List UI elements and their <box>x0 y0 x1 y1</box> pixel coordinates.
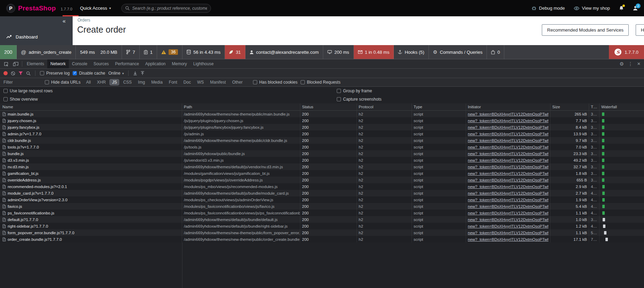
hide-data-urls-checkbox[interactable] <box>45 80 49 84</box>
network-request-row[interactable]: overrideAddress.js/modules/psgdpr/views/… <box>0 177 644 183</box>
initiator-link[interactable]: new?_token=BDoXHyyrITLV12DxtmQsoPTwhyqgG… <box>468 125 548 129</box>
network-request-row[interactable]: d3.v3.min.js/js/vendor/d3.v3.min.js200h2… <box>0 157 644 163</box>
profiler-performance[interactable]: 549 ms 20.0 MB <box>76 45 122 59</box>
network-request-row[interactable]: admin.js?v=1.7.7.0/js/admin.js200h2scrip… <box>0 130 644 137</box>
network-request-row[interactable]: right-sidebar.js?1.7.7.0/admin669yhdoxw/… <box>0 223 644 229</box>
tab-performance[interactable]: Performance <box>112 59 142 68</box>
request-name-cell[interactable]: module_card.js?v=1.7.7.0 <box>0 190 182 196</box>
request-name-cell[interactable]: form_popover_error.bundle.js?1.7.7.0 <box>0 229 182 236</box>
network-request-row[interactable]: adminOrderView.js?version=2.3.0/modules/… <box>0 196 644 203</box>
clear-icon[interactable] <box>11 71 15 76</box>
show-overview-checkbox[interactable] <box>3 97 8 101</box>
tab-network[interactable]: Network <box>47 59 69 68</box>
profiler-forms[interactable]: 1 <box>140 45 157 59</box>
tab-console[interactable]: Console <box>69 59 90 68</box>
request-name-cell[interactable]: recommended-modules.js?=2.0.1 <box>0 183 182 190</box>
column-header-size[interactable]: Size <box>551 103 589 110</box>
initiator-link[interactable]: new?_token=BDoXHyyrITLV12DxtmQsoPTwhyqgG… <box>468 138 548 143</box>
global-search[interactable] <box>121 4 211 13</box>
initiator-link[interactable]: new?_token=BDoXHyyrITLV12DxtmQsoPTwhyqgG… <box>468 185 548 189</box>
request-name-cell[interactable]: overrideAddress.js <box>0 177 182 183</box>
network-request-row[interactable]: default.js?1.7.7.0/admin669yhdoxw/themes… <box>0 216 644 223</box>
network-request-row[interactable]: form_popover_error.bundle.js?1.7.7.0/adm… <box>0 229 644 236</box>
network-request-row[interactable]: main.bundle.js/admin669yhdoxw/themes/new… <box>0 111 644 117</box>
network-request-row[interactable]: recommended-modules.js?=2.0.1/modules/ps… <box>0 183 644 190</box>
tab-lighthouse[interactable]: Lighthouse <box>190 59 217 68</box>
sidebar-item-dashboard[interactable]: Dashboard <box>0 32 73 42</box>
network-request-row[interactable]: ps_faviconnotificationbo.js/modules/ps_f… <box>0 210 644 216</box>
filter-input[interactable] <box>3 80 42 85</box>
close-devtools-icon[interactable]: ✕ <box>637 61 641 66</box>
initiator-link[interactable]: new?_token=BDoXHyyrITLV12DxtmQsoPTwhyqgG… <box>468 152 548 156</box>
column-header-name[interactable]: Name <box>0 103 182 110</box>
filter-type-img[interactable]: Img <box>136 79 147 85</box>
initiator-link[interactable]: new?_token=BDoXHyyrITLV12DxtmQsoPTwhyqgG… <box>468 198 548 202</box>
use-large-rows-toggle[interactable]: Use large request rows <box>3 88 52 93</box>
export-har-icon[interactable] <box>140 71 145 75</box>
hide-data-urls-toggle[interactable]: Hide data URLs <box>45 80 81 85</box>
group-by-frame-checkbox[interactable] <box>337 89 341 93</box>
initiator-link[interactable]: new?_token=BDoXHyyrITLV12DxtmQsoPTwhyqgG… <box>468 231 548 235</box>
network-request-row[interactable]: tools.js?v=1.7.7.0/js/tools.js200h2scrip… <box>0 144 644 150</box>
filter-type-media[interactable]: Media <box>149 79 165 85</box>
filter-type-xhr[interactable]: XHR <box>95 79 108 85</box>
tab-memory[interactable]: Memory <box>169 59 190 68</box>
network-request-row[interactable]: cldr.bundle.js/admin669yhdoxw/themes/new… <box>0 137 644 144</box>
network-request-row[interactable]: jquery.fancybox.js/js/jquery/plugins/fan… <box>0 124 644 130</box>
initiator-link[interactable]: new?_token=BDoXHyyrITLV12DxtmQsoPTwhyqgG… <box>468 119 548 123</box>
network-request-row[interactable]: bundle.js/admin669yhdoxw/public/bundle.j… <box>0 150 644 157</box>
view-my-shop-link[interactable]: View my shop <box>574 6 610 11</box>
disable-cache-toggle[interactable]: Disable cache <box>73 71 105 76</box>
tab-elements[interactable]: Elements <box>24 59 47 68</box>
profiler-request-time[interactable]: 200 ms <box>323 45 354 59</box>
network-request-row[interactable]: jquery.chosen.js/js/jquery/plugins/jquer… <box>0 117 644 124</box>
filter-type-doc[interactable]: Doc <box>181 79 193 85</box>
import-har-icon[interactable] <box>133 71 137 75</box>
request-name-cell[interactable]: admin.js?v=1.7.7.0 <box>0 130 182 137</box>
has-blocked-cookies-toggle[interactable]: Has blocked cookies <box>253 80 297 85</box>
group-by-frame-toggle[interactable]: Group by frame <box>337 88 372 93</box>
preserve-log-checkbox[interactable] <box>40 71 44 75</box>
capture-screenshots-checkbox[interactable] <box>337 97 341 101</box>
request-name-cell[interactable]: order_create.bundle.js?1.7.7.0 <box>0 236 182 243</box>
initiator-link[interactable]: new?_token=BDoXHyyrITLV12DxtmQsoPTwhyqgG… <box>468 218 548 222</box>
sidebar-collapse-button[interactable]: « <box>63 18 66 24</box>
initiator-link[interactable]: new?_token=BDoXHyyrITLV12DxtmQsoPTwhyqgG… <box>468 132 548 136</box>
kebab-menu-icon[interactable]: ⋮ <box>628 61 633 67</box>
column-header-t[interactable]: T… <box>589 103 600 110</box>
request-name-cell[interactable]: nv.d3.min.js <box>0 163 182 170</box>
filter-type-ws[interactable]: WS <box>195 79 206 85</box>
device-toolbar-icon[interactable] <box>11 61 21 66</box>
filter-type-manifest[interactable]: Manifest <box>208 79 228 85</box>
profiler-commands[interactable]: ⚙ Commands / Queries <box>429 45 487 59</box>
profiler-hooks[interactable]: Hooks (5) <box>394 45 429 59</box>
show-overview-toggle[interactable]: Show overview <box>3 97 38 102</box>
request-name-cell[interactable]: jquery.chosen.js <box>0 117 182 124</box>
profiler-messenger[interactable]: 1 in 0.48 ms <box>354 45 394 59</box>
column-header-initiator[interactable]: Initiator <box>466 103 551 110</box>
initiator-link[interactable]: new?_token=BDoXHyyrITLV12DxtmQsoPTwhyqgG… <box>468 211 548 215</box>
profile-menu-button[interactable]: 2 <box>633 6 638 11</box>
search-input[interactable] <box>132 6 207 11</box>
tab-application[interactable]: Application <box>142 59 169 68</box>
help-button[interactable]: Help <box>636 24 644 36</box>
network-request-row[interactable]: nv.d3.min.js/admin669yhdoxw/themes/defau… <box>0 163 644 170</box>
initiator-link[interactable]: new?_token=BDoXHyyrITLV12DxtmQsoPTwhyqgG… <box>468 158 548 162</box>
search-network-icon[interactable] <box>26 71 31 76</box>
column-header-protocol[interactable]: Protocol <box>357 103 412 110</box>
request-name-cell[interactable]: default.js?1.7.7.0 <box>0 216 182 223</box>
notifications-button[interactable] <box>619 6 624 11</box>
request-name-cell[interactable]: right-sidebar.js?1.7.7.0 <box>0 223 182 229</box>
profiler-symfony-version[interactable]: S 1.7.7.0 <box>609 45 644 59</box>
profiler-route[interactable]: @ admin_orders_create <box>17 45 76 59</box>
inspect-element-icon[interactable] <box>1 61 11 67</box>
column-header-status[interactable]: Status <box>300 103 357 110</box>
blocked-requests-toggle[interactable]: Blocked Requests <box>301 80 341 85</box>
filter-funnel-icon[interactable] <box>18 71 23 75</box>
breadcrumb[interactable]: Orders <box>78 18 90 23</box>
profiler-twig-errors[interactable]: 31 <box>225 45 245 59</box>
column-header-waterfall[interactable]: Waterfall <box>600 103 644 110</box>
disable-cache-checkbox[interactable] <box>73 71 77 75</box>
filter-type-all[interactable]: All <box>84 79 93 85</box>
tab-sources[interactable]: Sources <box>90 59 112 68</box>
